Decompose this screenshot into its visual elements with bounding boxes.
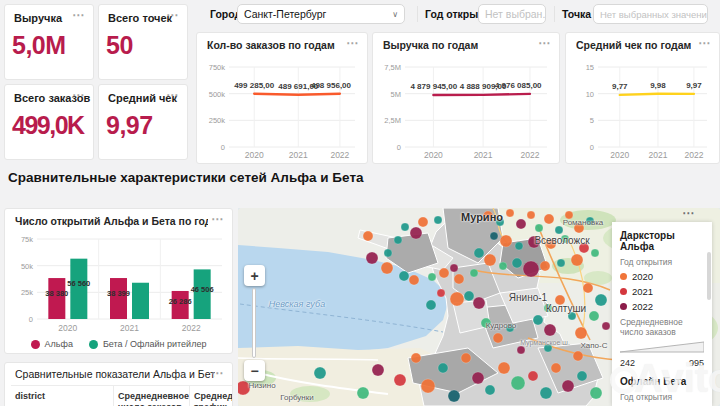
map-dot xyxy=(481,318,491,328)
map-dot xyxy=(506,209,514,217)
more-icon[interactable]: ⋯ xyxy=(166,88,179,102)
chart-title: Кол-во заказов по годам xyxy=(207,39,335,51)
open-year-select[interactable]: Нет выбран... ∨ xyxy=(478,4,546,24)
legend-year-item[interactable]: 2022 xyxy=(620,301,704,312)
more-icon[interactable]: ⋯ xyxy=(698,36,711,50)
map-dot xyxy=(517,346,525,354)
map-dot xyxy=(515,242,523,250)
map-dot xyxy=(527,211,535,219)
svg-text:2021: 2021 xyxy=(120,323,139,333)
more-icon[interactable]: ⋯ xyxy=(72,8,85,22)
map-canvas[interactable]: МуриноРомановкаВсеволожскЯнино-1КолтушиК… xyxy=(238,208,720,406)
svg-text:2021: 2021 xyxy=(289,150,308,160)
zoom-out-button[interactable]: − xyxy=(244,360,265,381)
svg-text:15: 15 xyxy=(586,63,594,72)
svg-text:26 286: 26 286 xyxy=(169,297,192,306)
map-dot xyxy=(363,231,373,241)
map-dot xyxy=(540,261,550,271)
map-dot xyxy=(579,243,589,253)
legend-label: Бета / Офлайн ритейлер xyxy=(103,339,206,349)
section-title: Сравнительные характеристики сетей Альфа… xyxy=(8,170,364,185)
zoom-slider-track[interactable] xyxy=(252,288,256,358)
map-dot xyxy=(571,254,583,266)
more-icon[interactable]: ⋯ xyxy=(346,36,359,50)
legend-label: Альфа xyxy=(45,339,73,349)
map-dot xyxy=(484,254,496,266)
map-dot xyxy=(474,248,484,258)
zoom-in-button[interactable]: + xyxy=(244,265,265,286)
legend-year-item[interactable]: 2021 xyxy=(620,286,704,297)
point-select[interactable]: Нет выбранных значений ∨ xyxy=(593,4,708,24)
chart-title: Число открытий Альфа и Бета по годам xyxy=(15,215,208,227)
map-dot xyxy=(498,362,510,374)
map-dot xyxy=(437,289,445,297)
more-icon[interactable]: ⋯ xyxy=(538,36,551,50)
svg-text:50k: 50k xyxy=(21,262,33,271)
city-select[interactable]: Санкт-Петербург ∨ xyxy=(237,4,405,24)
map-dot xyxy=(602,322,610,330)
avg-check-line-chart[interactable]: 1510509,779,989,97202020212022 xyxy=(568,53,717,161)
svg-text:0: 0 xyxy=(221,143,225,152)
map-dot xyxy=(591,249,599,257)
legend-item-alpha[interactable]: Альфа xyxy=(31,339,73,349)
more-icon[interactable]: ⋯ xyxy=(211,212,224,226)
svg-text:2022: 2022 xyxy=(684,150,703,160)
map-dot xyxy=(496,218,504,226)
more-icon[interactable]: ⋯ xyxy=(166,8,179,22)
dashboard-page: Выручка ⋯ 5,0M Всего точек ⋯ 50 Всего за… xyxy=(0,0,720,406)
map-dot xyxy=(568,312,576,320)
svg-text:4 879 945,00: 4 879 945,00 xyxy=(410,82,457,91)
legend-scrollbar[interactable] xyxy=(707,252,711,300)
more-icon[interactable]: ⋯ xyxy=(72,88,85,102)
map-dot xyxy=(399,271,409,281)
map-dot xyxy=(535,224,543,232)
alpha-series-dot xyxy=(31,340,40,349)
openings-bar-chart[interactable]: 75k50k25k038 38056 560202038 399202126 2… xyxy=(7,229,230,335)
svg-text:10: 10 xyxy=(586,90,594,99)
map-dot xyxy=(555,295,565,305)
map-dot xyxy=(238,381,250,395)
svg-text:4 976 085,00: 4 976 085,00 xyxy=(495,81,542,90)
svg-text:499 285,00: 499 285,00 xyxy=(234,81,275,90)
svg-text:38 399: 38 399 xyxy=(107,289,130,298)
orders-line-chart[interactable]: 750k500k250k0499 285,00489 691,00498 956… xyxy=(199,53,365,161)
year-2020-dot xyxy=(620,273,627,280)
map-dot xyxy=(583,283,593,293)
map-dot xyxy=(561,235,569,243)
legend-item-beta[interactable]: Бета / Офлайн ритейлер xyxy=(89,339,206,349)
svg-text:25k: 25k xyxy=(21,288,33,297)
more-icon[interactable]: ⋯ xyxy=(682,208,695,220)
map-dot xyxy=(574,223,584,233)
kpi-card-avg-check: Средний чек ⋯ 9,97 xyxy=(98,84,188,160)
svg-text:2022: 2022 xyxy=(520,150,539,160)
map-dot xyxy=(357,387,369,399)
map-dot xyxy=(506,324,514,332)
map-dot xyxy=(493,333,503,343)
svg-text:2020: 2020 xyxy=(424,150,443,160)
map-dot xyxy=(461,353,471,363)
map-dot xyxy=(464,291,474,301)
column-header-district: district xyxy=(11,386,113,406)
year-label: 2021 xyxy=(632,286,653,297)
svg-text:2021: 2021 xyxy=(474,150,493,160)
svg-text:7,5M: 7,5M xyxy=(384,63,401,72)
legend-size-label: Среднедневное число заказов xyxy=(620,317,704,337)
map-dot xyxy=(454,274,464,284)
revenue-line-chart[interactable]: 7,5M5M2,5M04 879 945,004 888 909,004 976… xyxy=(375,53,557,161)
map-legend-panel: Дарксторы Альфа Год открытия 2020 2021 2… xyxy=(612,222,712,406)
map-dot xyxy=(426,300,436,310)
map-dot xyxy=(511,376,525,390)
svg-text:9,98: 9,98 xyxy=(650,81,666,90)
legend-year-item[interactable]: 2020 xyxy=(620,271,704,282)
column-header-avg-orders: Среднедневное число заказов xyxy=(113,386,189,406)
more-icon[interactable]: ⋯ xyxy=(211,366,224,380)
map-dot xyxy=(528,371,538,381)
chart-card-openings: Число открытий Альфа и Бета по годам ⋯ 7… xyxy=(4,208,233,354)
size-max: 995 xyxy=(689,358,704,368)
year-2021-dot xyxy=(620,288,627,295)
svg-text:56 560: 56 560 xyxy=(67,279,90,288)
table-title: Сравнительные показатели Альфа и Бета по… xyxy=(15,368,215,380)
year-label: 2022 xyxy=(632,301,653,312)
svg-text:498 956,00: 498 956,00 xyxy=(311,81,352,90)
size-min: 242 xyxy=(620,358,635,368)
